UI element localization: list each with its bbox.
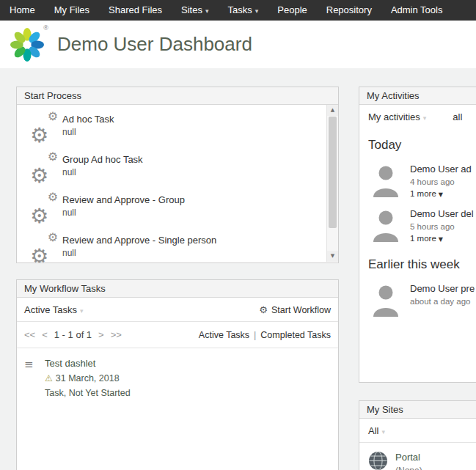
workflow-gears-icon: ⚙⚙ bbox=[29, 233, 62, 263]
activity-row: Demo User del 5 hours ago 1 more▼ bbox=[359, 203, 476, 248]
activity-text-link[interactable]: Demo User ad bbox=[410, 164, 472, 175]
process-item-group-adhoc[interactable]: ⚙⚙ Group Ad hoc Task null bbox=[29, 153, 319, 183]
scroll-up-icon[interactable]: ▲ bbox=[327, 105, 338, 116]
user-avatar-icon[interactable] bbox=[368, 162, 403, 197]
start-workflow-button[interactable]: ⚙Start Workflow bbox=[259, 304, 331, 315]
task-due-text: 31 March, 2018 bbox=[56, 373, 120, 383]
activities-range-dropdown[interactable]: all bbox=[453, 111, 462, 122]
activity-more-label: 1 more bbox=[410, 234, 436, 243]
triangle-down-icon: ▼ bbox=[439, 236, 443, 243]
task-view-links: Active Tasks|Completed Tasks bbox=[199, 330, 331, 340]
dashlet-my-workflow-tasks-title: My Workflow Tasks bbox=[17, 280, 338, 298]
gear-icon: ⚙ bbox=[30, 206, 48, 227]
process-item-review-group[interactable]: ⚙⚙ Review and Approve - Group null bbox=[29, 193, 319, 224]
scroll-down-icon[interactable]: ▼ bbox=[327, 251, 338, 262]
process-text: Group Ad hoc Task null bbox=[62, 153, 143, 177]
nav-item-tasks[interactable]: Tasks▾ bbox=[219, 0, 268, 21]
activity-time: 4 hours ago bbox=[410, 177, 472, 186]
sites-filter-dropdown[interactable]: All▾ bbox=[368, 425, 385, 436]
task-actions-menu-icon[interactable]: ≡ bbox=[24, 358, 45, 398]
activity-more-toggle[interactable]: 1 more▼ bbox=[410, 189, 472, 198]
pagination-first-button[interactable]: << bbox=[24, 329, 35, 340]
dashlet-my-activities-body: My activities▾ all Today Demo User ad 4 … bbox=[359, 105, 476, 381]
nav-item-people[interactable]: People bbox=[268, 0, 316, 21]
top-nav: Home My Files Shared Files Sites▾ Tasks▾… bbox=[0, 0, 476, 21]
nav-item-home[interactable]: Home bbox=[0, 0, 45, 21]
user-avatar-icon[interactable] bbox=[368, 207, 403, 242]
gear-icon: ⚙ bbox=[48, 111, 58, 122]
process-text: Review and Approve - Single person null bbox=[62, 233, 216, 258]
workflow-icon: ⚙ bbox=[259, 304, 268, 315]
workflow-gears-icon: ⚙⚙ bbox=[29, 112, 62, 143]
activity-text-link[interactable]: Demo User pre bbox=[410, 283, 475, 294]
activity-details: Demo User pre about a day ago bbox=[410, 282, 475, 317]
nav-item-repository[interactable]: Repository bbox=[317, 0, 381, 21]
process-desc: null bbox=[62, 167, 143, 177]
activity-more-toggle[interactable]: 1 more▼ bbox=[410, 234, 474, 243]
tasks-filter-dropdown[interactable]: Active Tasks▾ bbox=[24, 304, 84, 315]
nav-item-sites-label: Sites bbox=[181, 4, 202, 15]
gear-icon: ⚙ bbox=[48, 151, 58, 163]
activity-details: Demo User del 5 hours ago 1 more▼ bbox=[410, 207, 474, 243]
site-description: (None) bbox=[395, 466, 422, 470]
globe-icon bbox=[368, 451, 388, 470]
warning-icon: ⚠ bbox=[45, 373, 53, 383]
activity-more-label: 1 more bbox=[410, 189, 436, 198]
page-title: Demo User Dashboard bbox=[57, 33, 252, 56]
chevron-down-icon: ▾ bbox=[205, 7, 209, 15]
triangle-down-icon: ▼ bbox=[439, 191, 443, 198]
chevron-down-icon: ▾ bbox=[255, 7, 259, 15]
task-title-link[interactable]: Test dashlet bbox=[45, 358, 131, 369]
nav-item-my-files[interactable]: My Files bbox=[45, 0, 99, 21]
activity-details: Demo User ad 4 hours ago 1 more▼ bbox=[410, 162, 472, 198]
dashlet-my-activities: My Activities My activities▾ all Today D… bbox=[359, 87, 476, 383]
task-row: ≡ Test dashlet ⚠31 March, 2018 Task, Not… bbox=[17, 348, 338, 408]
dashlet-start-process-title: Start Process bbox=[17, 87, 338, 105]
dashlet-my-sites-title: My Sites bbox=[359, 401, 476, 419]
process-item-adhoc[interactable]: ⚙⚙ Ad hoc Task null bbox=[29, 112, 319, 143]
task-details: Test dashlet ⚠31 March, 2018 Task, Not Y… bbox=[45, 358, 131, 398]
dashlet-my-sites-body: All▾ Portal (None) bbox=[359, 419, 476, 470]
activities-scope-label: My activities bbox=[368, 111, 420, 122]
process-text: Review and Approve - Group null bbox=[62, 193, 185, 218]
process-text: Ad hoc Task null bbox=[62, 112, 114, 137]
process-name: Ad hoc Task bbox=[62, 114, 114, 125]
pagination-label: 1 - 1 of 1 bbox=[54, 329, 92, 340]
alfresco-flower-icon bbox=[10, 27, 45, 62]
dashlet-my-sites: My Sites All▾ Portal (None) bbox=[359, 400, 476, 470]
activity-text-link[interactable]: Demo User del bbox=[410, 208, 474, 219]
nav-item-shared-files[interactable]: Shared Files bbox=[99, 0, 172, 21]
tasks-filter-label: Active Tasks bbox=[24, 304, 77, 315]
gear-icon: ⚙ bbox=[48, 191, 58, 203]
active-tasks-link[interactable]: Active Tasks bbox=[199, 330, 249, 340]
chevron-down-icon: ▾ bbox=[80, 307, 84, 315]
gear-icon: ⚙ bbox=[30, 166, 48, 186]
scrollbar-thumb[interactable] bbox=[329, 117, 337, 228]
activity-row: Demo User ad 4 hours ago 1 more▼ bbox=[359, 158, 476, 203]
process-item-review-single[interactable]: ⚙⚙ Review and Approve - Single person nu… bbox=[29, 233, 319, 263]
activities-range-label: all bbox=[453, 111, 462, 122]
pagination-prev-button[interactable]: < bbox=[42, 329, 48, 340]
process-desc: null bbox=[62, 127, 114, 137]
scrollbar[interactable]: ▲ ▼ bbox=[326, 105, 338, 262]
activity-time: 5 hours ago bbox=[410, 222, 474, 231]
user-avatar-icon[interactable] bbox=[368, 282, 403, 317]
alfresco-logo: ® bbox=[7, 25, 47, 65]
pagination-next-button[interactable]: > bbox=[98, 329, 104, 340]
process-list: ⚙⚙ Ad hoc Task null ⚙⚙ Group Ad hoc Task… bbox=[17, 105, 338, 263]
completed-tasks-link[interactable]: Completed Tasks bbox=[260, 330, 331, 340]
activities-scope-dropdown[interactable]: My activities▾ bbox=[368, 111, 426, 122]
process-desc: null bbox=[62, 248, 216, 258]
process-name: Review and Approve - Single person bbox=[62, 235, 216, 246]
page-header: ® Demo User Dashboard bbox=[0, 21, 476, 68]
nav-item-admin-tools[interactable]: Admin Tools bbox=[381, 0, 453, 21]
dashlet-start-process: Start Process ⚙⚙ Ad hoc Task null ⚙⚙ Gro… bbox=[16, 87, 339, 263]
nav-item-sites[interactable]: Sites▾ bbox=[172, 0, 218, 21]
start-workflow-label: Start Workflow bbox=[271, 305, 331, 315]
pagination-last-button[interactable]: >> bbox=[111, 329, 122, 340]
site-name-link[interactable]: Portal bbox=[395, 452, 422, 463]
activity-time: about a day ago bbox=[410, 297, 475, 306]
gear-icon: ⚙ bbox=[30, 125, 48, 146]
dashlet-my-workflow-tasks: My Workflow Tasks Active Tasks▾ ⚙Start W… bbox=[16, 279, 339, 470]
sites-filter-label: All bbox=[368, 425, 378, 436]
